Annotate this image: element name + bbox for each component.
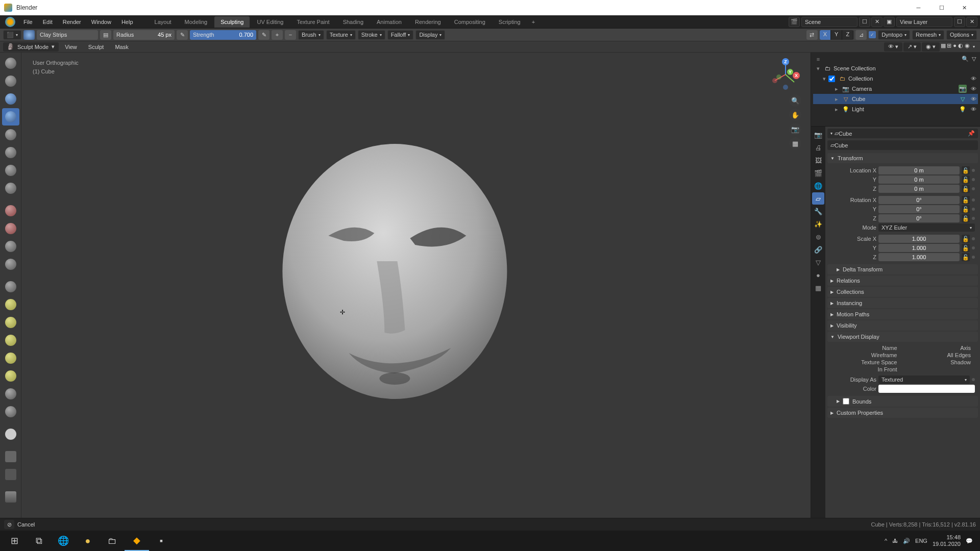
object-name-field[interactable]: ▱ Cube <box>827 140 978 150</box>
collection-enable-checkbox[interactable] <box>828 76 835 82</box>
dyntopo-dropdown[interactable]: Dyntopo▾ <box>878 30 910 40</box>
dyntopo-checkbox[interactable]: ✓ <box>869 31 876 38</box>
outliner-item-camera[interactable]: ▸📷Camera📷 👁 <box>813 84 978 94</box>
scale-y-field[interactable]: 1.000 <box>878 244 960 252</box>
tool-flatten[interactable] <box>2 220 19 237</box>
layer-delete-button[interactable]: ✕ <box>966 17 977 27</box>
mirror-y[interactable]: Y <box>831 30 842 40</box>
tab-compositing[interactable]: Compositing <box>448 16 492 28</box>
prop-tab-scene[interactable]: 🎬 <box>812 167 824 179</box>
shading-rendered[interactable]: ◉ <box>965 42 970 48</box>
minimize-button[interactable]: ─ <box>907 0 930 15</box>
falloff-dropdown[interactable]: Falloff▾ <box>387 30 414 40</box>
tool-scrape[interactable] <box>2 256 19 273</box>
menu-view[interactable]: View <box>60 42 82 52</box>
bounds-enable-checkbox[interactable] <box>843 398 849 405</box>
prop-tab-viewlayer[interactable]: 🖼 <box>812 154 824 166</box>
section-custom-properties[interactable]: ▶Custom Properties <box>827 408 978 418</box>
prop-tab-render[interactable]: 📷 <box>812 129 824 141</box>
tab-uv-editing[interactable]: UV Editing <box>251 16 289 28</box>
section-delta-transform[interactable]: ▶Delta Transform <box>827 264 978 274</box>
tool-draw[interactable] <box>2 55 19 72</box>
task-view-button[interactable]: ⧉ <box>27 531 51 551</box>
shading-options-dropdown[interactable]: ▾ <box>971 44 977 49</box>
prop-tab-modifiers[interactable]: 🔧 <box>812 205 824 217</box>
mirror-extra-icon[interactable]: ⊿ <box>855 30 867 40</box>
zoom-button[interactable]: 🔍 <box>789 94 801 107</box>
location-z-field[interactable]: 0 m <box>878 185 960 193</box>
tool-smooth[interactable] <box>2 202 19 219</box>
prop-tab-texture[interactable]: ▦ <box>812 282 824 294</box>
camera-button[interactable]: 📷 <box>789 123 801 135</box>
section-motion-paths[interactable]: ▶Motion Paths <box>827 309 978 319</box>
tool-snake-hook[interactable] <box>2 332 19 349</box>
stroke-dropdown[interactable]: Stroke▾ <box>358 30 385 40</box>
outliner-item-light[interactable]: ▸💡Light💡 👁 <box>813 104 978 114</box>
pan-button[interactable]: ✋ <box>789 109 801 121</box>
navigation-gizmo[interactable]: Z X Y <box>769 58 802 91</box>
tab-modeling[interactable]: Modeling <box>179 16 214 28</box>
tool-box-mask[interactable] <box>2 466 19 483</box>
section-transform[interactable]: ▼Transform <box>827 153 978 163</box>
brush-preview-icon[interactable] <box>23 30 35 40</box>
tab-layout[interactable]: Layout <box>149 16 178 28</box>
tool-pose[interactable] <box>2 367 19 385</box>
section-relations[interactable]: ▶Relations <box>827 276 978 286</box>
tool-grab[interactable] <box>2 296 19 313</box>
options-dropdown[interactable]: Options▾ <box>946 30 977 40</box>
mode-selector[interactable]: 🗿 Sculpt Mode▾ <box>3 42 59 52</box>
visibility-toggle[interactable]: 👁 <box>969 96 978 102</box>
strength-field[interactable]: Strength0.700 <box>190 30 256 40</box>
prop-tab-object[interactable]: ▱ <box>812 192 824 205</box>
taskbar-app-icon[interactable]: ▪ <box>149 531 174 551</box>
prop-tab-constraints[interactable]: 🔗 <box>812 243 824 256</box>
viewlayer-selector[interactable]: View Layer <box>896 17 952 27</box>
tool-pinch[interactable] <box>2 278 19 295</box>
mirror-x[interactable]: X <box>820 30 831 40</box>
radius-pressure-toggle[interactable]: ✎ <box>177 30 188 40</box>
maximize-button[interactable]: ☐ <box>930 0 953 15</box>
brush-selector[interactable]: Clay Strips <box>37 30 98 40</box>
tool-simplify[interactable] <box>2 425 19 443</box>
tray-language[interactable]: ENG <box>915 538 927 544</box>
prop-tab-output[interactable]: 🖨 <box>812 141 824 154</box>
editor-type-dropdown[interactable]: ⬛▾ <box>3 30 21 40</box>
scene-delete-button[interactable]: ✕ <box>871 17 883 27</box>
tab-add[interactable]: + <box>528 16 539 28</box>
start-button[interactable]: ⊞ <box>2 531 27 551</box>
tool-layer[interactable] <box>2 126 19 143</box>
tool-inflate[interactable] <box>2 144 19 161</box>
menu-file[interactable]: File <box>18 16 38 28</box>
scene-selector[interactable]: Scene <box>801 17 857 27</box>
breadcrumb-dropdown[interactable]: ▾ <box>830 131 832 136</box>
taskbar-explorer-icon[interactable]: 🗀 <box>100 531 125 551</box>
scene-new-button[interactable]: ☐ <box>859 17 870 27</box>
shading-lookdev[interactable]: ◐ <box>958 42 963 48</box>
pin-button[interactable]: 📌 <box>968 130 975 137</box>
rotation-z-field[interactable]: 0° <box>878 214 960 222</box>
tool-clay-strips-alt[interactable] <box>2 90 19 108</box>
shading-wireframe[interactable]: ⊞ <box>947 42 951 48</box>
section-visibility[interactable]: ▶Visibility <box>827 320 978 331</box>
direction-sub-button[interactable]: − <box>285 30 296 40</box>
scene-browse-icon[interactable]: 🎬 <box>789 17 800 27</box>
tool-fill[interactable] <box>2 238 19 255</box>
menu-help[interactable]: Help <box>116 16 138 28</box>
layer-new-button[interactable]: ☐ <box>954 17 965 27</box>
visibility-toggle[interactable]: 👁 <box>969 76 978 82</box>
gizmo-dropdown[interactable]: ↗ ▾ <box>903 42 921 52</box>
location-y-field[interactable]: 0 m <box>878 176 960 184</box>
rotation-x-field[interactable]: 0° <box>878 196 960 204</box>
texture-dropdown[interactable]: Texture▾ <box>326 30 356 40</box>
layer-icon[interactable]: ▣ <box>884 17 895 27</box>
menu-edit[interactable]: Edit <box>38 16 58 28</box>
display-dropdown[interactable]: Display▾ <box>415 30 445 40</box>
tool-clay[interactable] <box>2 72 19 90</box>
visibility-toggle[interactable]: 👁 <box>969 106 978 112</box>
tab-animation[interactable]: Animation <box>371 16 408 28</box>
color-field[interactable] <box>878 385 975 393</box>
menu-sculpt[interactable]: Sculpt <box>83 42 109 52</box>
tool-rotate[interactable] <box>2 403 19 420</box>
prop-tab-material[interactable]: ● <box>812 269 824 281</box>
rotation-mode-select[interactable]: XYZ Euler▾ <box>878 223 975 232</box>
